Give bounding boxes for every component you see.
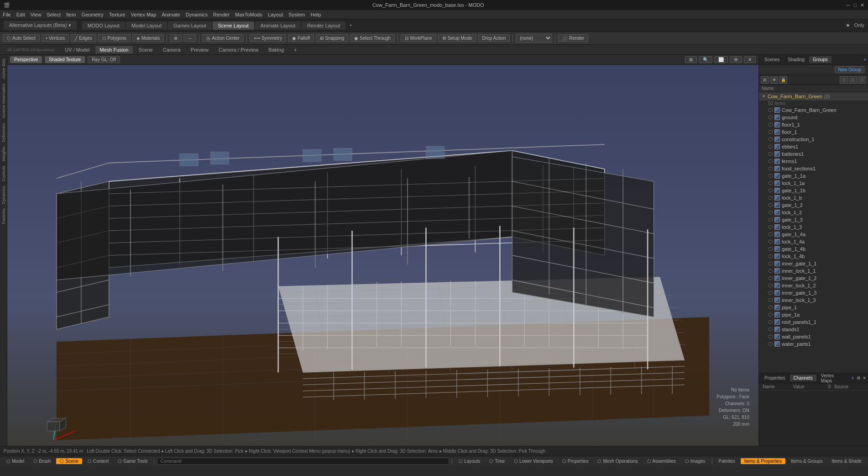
eye-icon[interactable] [768, 145, 773, 148]
edges-button[interactable]: ╱ Edges [71, 34, 96, 42]
eye-icon[interactable] [768, 240, 773, 243]
list-item[interactable]: gate_1_1a [759, 172, 868, 180]
menu-geometry[interactable]: Geometry [81, 12, 103, 17]
add-subtab-button[interactable]: + [289, 46, 301, 53]
add-layout-button[interactable]: + [346, 21, 355, 30]
tab-animate-layout[interactable]: Animate Layout [255, 21, 301, 30]
list-item[interactable]: lock_1_4a [759, 238, 868, 245]
eye-icon[interactable] [768, 203, 773, 207]
new-group-button[interactable]: New Group [835, 66, 864, 73]
menu-dynamics[interactable]: Dynamics [186, 12, 208, 17]
ray-gl-button[interactable]: Ray GL: Off [88, 56, 120, 63]
vertices-button[interactable]: • Vertices [42, 34, 69, 42]
transform-tool-1[interactable]: ⊕ [170, 34, 182, 42]
list-item[interactable]: floor_1 [759, 128, 868, 136]
eye-icon[interactable] [768, 189, 773, 192]
symmetry-button[interactable]: ⟺ Symmetry [250, 34, 286, 42]
workplane-button[interactable]: ⊟ WorkPlane [401, 34, 436, 42]
toggle-1[interactable]: □ [840, 76, 848, 84]
menu-layout[interactable]: Layout [268, 12, 283, 17]
eye-toggle-icon[interactable]: 👁 [770, 76, 778, 84]
list-item[interactable]: stands1 [759, 326, 868, 333]
menu-render[interactable]: Render [213, 12, 230, 17]
sidebar-active-sets[interactable]: Active Sets [1, 57, 6, 81]
list-item[interactable]: ebbes1 [759, 143, 868, 150]
toggle-2[interactable]: □ [849, 76, 857, 84]
palettes-button[interactable]: Palettes [715, 458, 739, 464]
lock-toggle-icon[interactable]: 🔒 [779, 76, 787, 84]
eye-icon[interactable] [768, 247, 773, 251]
eye-icon[interactable] [768, 298, 773, 302]
select-through-button[interactable]: ◉ Select Through [350, 34, 395, 42]
eye-icon[interactable] [768, 320, 773, 324]
vp-zoom-button[interactable]: 🔍 [699, 56, 712, 63]
close-button[interactable]: ✕ [860, 2, 864, 8]
tab-games-layout[interactable]: Games Layout [168, 21, 212, 30]
eye-icon[interactable] [768, 291, 773, 295]
assemblies-button[interactable]: ⬡ Assemblies [643, 458, 680, 464]
snapping-button[interactable]: ⊞ Snapping [316, 34, 348, 42]
list-item[interactable]: gate_1_4a [759, 231, 868, 238]
images-button[interactable]: ⬡ Images [681, 458, 709, 464]
eye-icon[interactable] [768, 306, 773, 309]
menu-system[interactable]: System [288, 12, 305, 17]
none-dropdown[interactable]: (none) [516, 34, 552, 42]
list-item[interactable]: wall_panels1 [759, 333, 868, 340]
eye-icon[interactable] [768, 196, 773, 200]
sidebar-dynamics[interactable]: Dynamics [1, 184, 6, 206]
tab-vertex-maps[interactable]: Vertex Maps [817, 372, 848, 384]
list-item[interactable]: pipe_1a [759, 311, 868, 318]
bottom-gametools-button[interactable]: ⬡ Game Tools [114, 458, 151, 464]
add-panel-tab-button[interactable]: + [863, 57, 866, 62]
filter-icon[interactable]: ⊞ [761, 76, 769, 84]
list-item[interactable]: ground [759, 114, 868, 121]
list-item[interactable]: gate_1_1b [759, 187, 868, 194]
menu-vertexmap[interactable]: Vertex Map [131, 12, 157, 17]
auto-select-button[interactable]: ⬡ Auto Select [3, 34, 40, 42]
items-shade-button[interactable]: Items & Shade [828, 458, 865, 464]
vp-fit-button[interactable]: ⊞ [685, 56, 697, 63]
mesh-operations-button[interactable]: ⬡ Mesh Operations [594, 458, 641, 464]
eye-icon[interactable] [768, 225, 773, 229]
bottom-model-button[interactable]: ⬡ Model [3, 458, 28, 464]
tab-scene[interactable]: Scene [134, 46, 157, 53]
list-item[interactable]: construction_1 [759, 136, 868, 143]
command-input[interactable] [157, 458, 449, 465]
list-item[interactable]: lock_1_1a [759, 180, 868, 187]
eye-icon[interactable] [768, 123, 773, 127]
lower-viewports-button[interactable]: ⬡ Lower Viewports [510, 458, 557, 464]
action-center-button[interactable]: ◎ Action Center [202, 34, 244, 42]
eye-icon[interactable] [768, 313, 773, 317]
eye-icon[interactable] [768, 335, 773, 338]
eye-icon[interactable] [768, 130, 773, 134]
sidebar-controls[interactable]: Controls [1, 164, 6, 183]
panel-settings-icon[interactable]: ⚙ [857, 376, 861, 381]
toggle-3[interactable]: □ [858, 76, 866, 84]
tab-camera[interactable]: Camera [158, 46, 185, 53]
falloff-button[interactable]: ◉ Falloff [288, 34, 314, 42]
list-item[interactable]: food_sections1 [759, 165, 868, 172]
list-item[interactable]: inner_lock_1_1 [759, 267, 868, 275]
tab-properties[interactable]: Properties [761, 375, 789, 381]
eye-icon[interactable] [768, 108, 773, 112]
eye-icon[interactable] [768, 211, 773, 214]
list-item[interactable]: gate_1_2 [759, 201, 868, 209]
eye-icon[interactable] [768, 174, 773, 178]
time-button[interactable]: ⬡ Time [486, 458, 508, 464]
shaded-texture-button[interactable]: Shaded Texture [45, 56, 85, 63]
items-groups-button[interactable]: Items & Groups [787, 458, 826, 464]
transform-tool-2[interactable]: ↔ [183, 34, 196, 42]
list-item[interactable]: gate_1_3 [759, 216, 868, 223]
perspective-button[interactable]: Perspective [10, 56, 42, 63]
menu-maxtomodo[interactable]: MaxToModo [235, 12, 262, 17]
eye-icon[interactable] [768, 262, 773, 265]
tab-baking[interactable]: Baking [264, 46, 288, 53]
minimize-button[interactable]: ─ [847, 2, 850, 8]
tab-camera-preview[interactable]: Camera / Preview [214, 46, 263, 53]
list-item[interactable]: inner_lock_1_2 [759, 282, 868, 289]
viewport-canvas[interactable]: No Items Polygons : Face Channels: 0 Def… [7, 65, 758, 446]
viewport[interactable]: Perspective Shaded Texture Ray GL: Off ⊞… [7, 55, 758, 446]
sidebar-deformers[interactable]: Deformers [1, 121, 6, 144]
tab-shading[interactable]: Shading [784, 56, 808, 63]
menu-animate[interactable]: Animate [162, 12, 180, 17]
